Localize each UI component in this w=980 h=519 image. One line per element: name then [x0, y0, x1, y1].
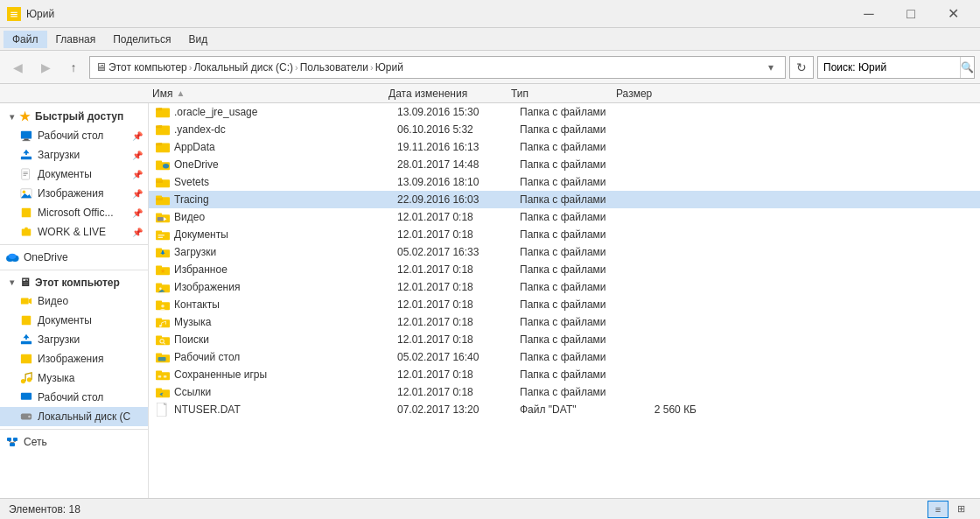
file-row[interactable]: .oracle_jre_usage13.09.2016 15:30Папка с… [149, 103, 980, 121]
file-name: Svetets [174, 176, 397, 188]
minimize-button[interactable]: ─ [849, 0, 889, 28]
file-date: 28.01.2017 14:48 [397, 158, 520, 171]
music-label: Музыка [38, 372, 74, 384]
address-segment-drive[interactable]: Локальный диск (C:) [193, 61, 293, 74]
file-row[interactable]: Svetets13.09.2016 18:10Папка с файлами [149, 173, 980, 191]
sidebar-section-computer: ▾ 🖥 Этот компьютер Видео Документы [0, 273, 148, 426]
file-type: Папка с файлами [520, 106, 625, 118]
file-row[interactable]: NTUSER.DAT07.02.2017 13:20Файл "DAT"2 56… [149, 401, 980, 418]
forward-button[interactable]: ▶ [33, 55, 58, 80]
address-bar[interactable]: 🖥 Этот компьютер › Локальный диск (C:) ›… [89, 56, 786, 79]
sidebar-item-downloads2[interactable]: Загрузки [0, 330, 148, 349]
file-row[interactable]: Видео12.01.2017 0:18Папка с файлами [149, 208, 980, 226]
sidebar-item-drive[interactable]: Локальный диск (C [0, 407, 148, 426]
file-icon [156, 315, 170, 329]
list-view-button[interactable]: ≡ [928, 501, 948, 518]
sidebar-item-images2[interactable]: Изображения [0, 349, 148, 368]
file-row[interactable]: Загрузки05.02.2017 16:33Папка с файлами [149, 243, 980, 261]
address-segment-yuriy[interactable]: Юрий [375, 61, 403, 74]
search-button[interactable]: 🔍 [960, 57, 974, 78]
address-home-icon: 🖥 [95, 60, 107, 74]
file-row[interactable]: Ссылки12.01.2017 0:18Папка с файлами [149, 383, 980, 401]
file-icon [156, 298, 170, 312]
search-input[interactable] [818, 61, 960, 74]
file-name: Загрузки [174, 246, 397, 258]
pin-icon-2: 📌 [132, 151, 143, 160]
file-name: Изображения [174, 281, 397, 293]
file-name: .yandex-dc [174, 123, 397, 136]
file-row[interactable]: Рабочий стол05.02.2017 16:40Папка с файл… [149, 348, 980, 366]
separator-2: › [295, 62, 298, 73]
svg-rect-64 [156, 249, 162, 251]
file-row[interactable]: Музыка12.01.2017 0:18Папка с файлами [149, 313, 980, 331]
refresh-button[interactable]: ↻ [789, 56, 814, 79]
svg-rect-81 [156, 336, 162, 339]
file-row[interactable]: AppData19.11.2016 16:13Папка с файлами [149, 138, 980, 156]
file-name: .oracle_jre_usage [174, 106, 397, 118]
sidebar-item-documents[interactable]: Документы 📌 [0, 165, 148, 184]
file-row[interactable]: .yandex-dc06.10.2016 5:32Папка с файлами [149, 121, 980, 138]
file-row[interactable]: Сохраненные игры12.01.2017 0:18Папка с ф… [149, 366, 980, 383]
file-icon [156, 105, 170, 119]
window-icon [7, 7, 21, 21]
svg-rect-2 [10, 14, 18, 15]
col-header-name[interactable]: Имя ▲ [149, 84, 385, 102]
svg-rect-29 [21, 354, 32, 364]
up-button[interactable]: ↑ [61, 55, 86, 80]
svg-rect-59 [156, 232, 170, 240]
sidebar-item-images[interactable]: Изображения 📌 [0, 184, 148, 203]
sidebar-item-desktop2[interactable]: Рабочий стол [0, 388, 148, 407]
address-segment-computer[interactable]: Этот компьютер [108, 61, 187, 74]
menu-bar: ФайлГлавнаяПоделитьсяВид [0, 28, 980, 51]
sidebar-item-desktop[interactable]: Рабочий стол 📌 [0, 126, 148, 145]
file-row[interactable]: Изображения12.01.2017 0:18Папка с файлам… [149, 278, 980, 296]
file-row[interactable]: Поиски12.01.2017 0:18Папка с файлами [149, 331, 980, 348]
col-header-date[interactable]: Дата изменения [385, 84, 508, 102]
file-row[interactable]: ★Избранное12.01.2017 0:18Папка с файлами [149, 261, 980, 278]
col-header-size[interactable]: Размер [612, 84, 691, 102]
sidebar-section-onedrive: OneDrive [0, 248, 148, 267]
sidebar-item-downloads[interactable]: Загрузки 📌 [0, 145, 148, 165]
sidebar-quickaccess-header[interactable]: ▾ ★ Быстрый доступ [0, 107, 148, 126]
separator-3: › [370, 62, 374, 73]
svg-rect-56 [156, 214, 162, 216]
close-button[interactable]: ✕ [933, 0, 973, 28]
sidebar-item-documents2[interactable]: Документы [0, 311, 148, 330]
sidebar-item-msoffice[interactable]: Microsoft Offic... 📌 [0, 203, 148, 222]
maximize-button[interactable]: □ [891, 0, 931, 28]
images-icon [19, 186, 33, 200]
file-row[interactable]: Tracing22.09.2016 16:03Папка с файлами [149, 191, 980, 208]
file-date: 06.10.2016 5:32 [397, 123, 520, 136]
file-row[interactable]: Документы12.01.2017 0:18Папка с файлами [149, 226, 980, 243]
sidebar-computer-header[interactable]: ▾ 🖥 Этот компьютер [0, 273, 148, 291]
file-type: Папка с файлами [520, 386, 625, 398]
downloads-label: Загрузки [38, 149, 80, 161]
sidebar-item-video[interactable]: Видео [0, 291, 148, 311]
menu-item-0[interactable]: Файл [4, 31, 47, 48]
onedrive-icon [5, 250, 19, 264]
address-path: 🖥 Этот компьютер › Локальный диск (C:) ›… [95, 60, 759, 74]
pin-icon-3: 📌 [132, 170, 143, 179]
menu-item-3[interactable]: Вид [179, 31, 216, 48]
menu-item-1[interactable]: Главная [47, 31, 105, 48]
svg-rect-12 [24, 173, 28, 174]
documents-icon [19, 167, 33, 181]
sidebar-item-network[interactable]: Сеть [0, 432, 148, 452]
address-dropdown-button[interactable]: ▾ [762, 57, 780, 78]
file-row[interactable]: OneDrive28.01.2017 14:48Папка с файлами [149, 156, 980, 173]
sidebar-item-onedrive[interactable]: OneDrive [0, 248, 148, 267]
file-row[interactable]: Контакты12.01.2017 0:18Папка с файлами [149, 296, 980, 313]
sort-arrow: ▲ [176, 88, 185, 98]
svg-rect-3 [10, 16, 18, 17]
back-button[interactable]: ◀ [5, 55, 30, 80]
sidebar-item-worklive[interactable]: WORK & LIVE 📌 [0, 222, 148, 242]
svg-rect-78 [156, 319, 162, 321]
pin-icon: 📌 [132, 131, 143, 141]
grid-view-button[interactable]: ⊞ [950, 501, 971, 518]
col-header-type[interactable]: Тип [508, 84, 612, 102]
menu-item-2[interactable]: Поделиться [104, 31, 179, 48]
file-name: Рабочий стол [174, 351, 397, 363]
address-segment-users[interactable]: Пользователи [300, 61, 368, 74]
svg-rect-47 [156, 161, 162, 164]
sidebar-item-music[interactable]: Музыка [0, 368, 148, 388]
